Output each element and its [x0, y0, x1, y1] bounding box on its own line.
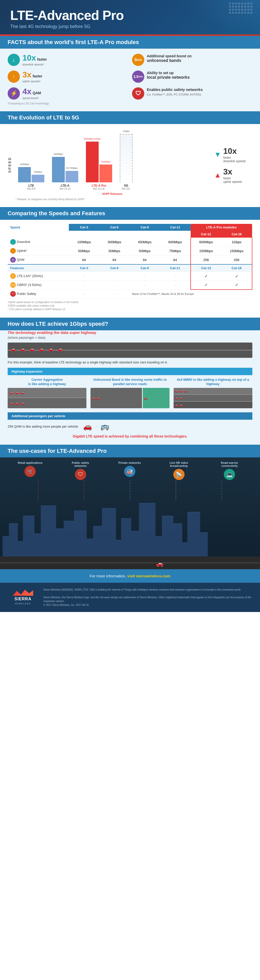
- dashed-connectors: [0, 480, 260, 500]
- header-section: LTE-Advanced Pro The last 4G technology …: [0, 0, 260, 34]
- fact-35ghz: 3.5GHz Ability to set up local private n…: [132, 70, 252, 83]
- safety-label: Enables: [147, 88, 162, 92]
- uplink-label: faster: [33, 74, 42, 78]
- dl-arrow-icon: ▼: [214, 151, 221, 159]
- qam-multiplier: 4x: [22, 87, 32, 96]
- row-qam: QQAM 64 64 64 64 256 256: [8, 255, 252, 265]
- row-public-safety: 🛡Public Safety - - Band 14 for FirstNet™…: [8, 290, 252, 299]
- uc-private: Private networks 🏭: [118, 461, 141, 480]
- evo-bar-pro-ul: 150Mbps: [99, 164, 112, 182]
- evo-downlink-right: ▼ 10x fasterdownlink speeds: [214, 146, 252, 163]
- th-cat9: Cat-9: [129, 224, 160, 231]
- usecases-section: The use-cases for LTE-Advanced Pro Retai…: [0, 445, 260, 569]
- row-cbrs: 3.5CBRS² (3.5GHz) - - - - ✓ ✓: [8, 281, 252, 290]
- dl-cat3: 100Mbps: [69, 238, 99, 247]
- evo-right-labels: ▼ 10x fasterdownlink speeds ▲ 3x fasteru…: [212, 129, 252, 201]
- table-notes: ¹Uplink speed based on configuration of …: [8, 301, 252, 311]
- header-decoration: [229, 3, 252, 14]
- gbps-sub2: (where passenger = data): [8, 336, 252, 339]
- ps-cat3: -: [69, 290, 99, 299]
- cbrs-cat12: ✓: [191, 281, 222, 290]
- cbrs-cat11: -: [160, 281, 191, 290]
- uc-video: Live HD video broadcasting 📡: [166, 461, 192, 480]
- th-cat16: Cat-16: [221, 231, 252, 238]
- uc-video-label: Live HD video broadcasting: [166, 461, 192, 467]
- ul-cat16: 150Mbps: [221, 247, 252, 255]
- fact-downlink: ↓ 10x faster downlink speeds¹: [8, 54, 128, 67]
- evolution-heading: The Evolution of LTE to 5G: [0, 111, 260, 124]
- downlink-multiplier: 10x: [22, 53, 36, 62]
- speeds-heading: Comparing the Speeds and Features: [0, 207, 260, 220]
- facts-footnote: ¹Comparing to LTE Cat-4 technology: [8, 102, 252, 105]
- uc-road-label: Road warrior connectivity: [217, 461, 242, 467]
- row-uplink: ↑Uplink¹ 50Mbps 50Mbps 50Mbps 75Mbps 150…: [8, 247, 252, 255]
- ul-row-label: ↑Uplink¹: [8, 247, 69, 255]
- evo-pro-label: LTE-A Pro: [92, 184, 106, 188]
- cbrs-label: 3.5CBRS² (3.5GHz): [8, 281, 69, 290]
- th-cat12: Cat-12: [191, 231, 222, 238]
- single-highway: 🚗 🚗 🚗 🚗 🚗 🚗: [8, 342, 252, 358]
- laa-cat6: -: [99, 272, 129, 281]
- evo-5g-rel: Rel 15+: [122, 188, 131, 190]
- qam-cat9: 64: [129, 255, 160, 265]
- uplink-sublabel: uplink speeds¹: [22, 80, 40, 83]
- ps-band-info: Band 14 for FirstNet™, Bands 20 & 28 for…: [129, 290, 252, 299]
- th-cat11: Cat-11: [160, 224, 191, 231]
- row-laa: 5LTE-LAA* (5GHz) - - - - ✓ ✓: [8, 272, 252, 281]
- evo-bar-ltea-dl: 300Mbps: [52, 157, 65, 182]
- safety-sublabel: (i.e. FirstNet™, ESN, PC STORM, ASTRID): [147, 93, 201, 96]
- evo-bar-5g: 1Gbps: [120, 134, 132, 182]
- th-speed: Speed: [8, 224, 69, 231]
- highway-cards: Carrier Aggregationis like adding a high…: [8, 378, 252, 408]
- footer-bottom: SIERRA WIRELESS Sierra Wireless (NASDAQ:…: [0, 583, 260, 612]
- release-label: 3GPP Releases: [102, 192, 123, 195]
- gbps-section: How does LTE achieve 1Gbps speed? The te…: [0, 318, 260, 445]
- uc-road: Road warrior connectivity 💻: [217, 461, 242, 480]
- gbps-heading: How does LTE achieve 1Gbps speed?: [0, 318, 260, 330]
- evo-bar-pro-dl: 600Mbps-1Gbps: [86, 142, 99, 182]
- ps-icon: 🛡: [10, 291, 16, 297]
- uc-road-icon: 💻: [224, 469, 235, 480]
- sierra-logo: SIERRA WIRELESS: [8, 590, 38, 605]
- cbrs-cat6: -: [99, 281, 129, 290]
- qam-cat6: 64: [99, 255, 129, 265]
- qam-label: QAM: [33, 91, 41, 95]
- car-icon: 🚗: [83, 422, 92, 431]
- dl-icon: ↓: [10, 239, 16, 245]
- features-header-row: Features Cat-3 Cat-6 Cat-9 Cat-11 Cat-12…: [8, 264, 252, 272]
- downlink-sublabel: downlink speeds¹: [22, 63, 44, 66]
- ghz5-icon: 5GHz: [132, 54, 144, 66]
- ca-visual: 🚗🚗🚗 🚗🚗🚗: [8, 388, 86, 408]
- card-unlicensed: Unlicensed Band is like moving some traf…: [91, 378, 169, 408]
- downlink-icon: ↓: [8, 54, 20, 66]
- ghz35-icon: 3.5GHz: [132, 70, 144, 83]
- qam-cat12: 256: [191, 255, 222, 265]
- qam-cat3: 64: [69, 255, 99, 265]
- laa-label: 5LTE-LAA* (5GHz): [8, 272, 69, 281]
- baseline-text: For this example, think of baseline LTE …: [8, 360, 252, 364]
- footer-bar: For more information, visit sierrawirele…: [0, 569, 260, 583]
- laa-cat12: ✓: [191, 272, 222, 281]
- laa-cat16: ✓: [221, 272, 252, 281]
- ps-cat6: -: [99, 290, 129, 299]
- uc-retail-label: Retail applications: [18, 461, 42, 464]
- footer-link[interactable]: visit sierrawireless.com: [127, 574, 170, 578]
- dl-row-label: ↓Downlink: [8, 238, 69, 247]
- dl-cat9: 450Mbps: [129, 238, 160, 247]
- ghz35-label: Ability to set up: [147, 71, 174, 75]
- evo-bars-ltea: 300Mbps 50-75Mbps: [52, 157, 78, 182]
- uc-safety-label: Public safety networks: [68, 461, 93, 467]
- evo-bars-lteapro: 600Mbps-1Gbps 150Mbps: [86, 142, 112, 182]
- highway-expansion-label: Highway expansion: [8, 368, 252, 375]
- qam-cat11: 64: [160, 255, 191, 265]
- page-subtitle: The last 4G technology jump before 5G: [10, 24, 250, 29]
- city-skyline: [0, 500, 260, 557]
- sierra-wave-icon: [13, 590, 33, 596]
- gbps-subtitle: The technology enabling the data super h…: [8, 330, 252, 335]
- evo-5g-label: 5G: [124, 184, 128, 188]
- cbrs-cat9: -: [129, 281, 160, 290]
- evo-lte-label: LTE: [29, 184, 34, 188]
- fact-qam: ⚡ 4x QAM speed boost¹: [8, 88, 128, 100]
- laa-cat11: -: [160, 272, 191, 281]
- ub-visual: 🚗🚗 🚗: [91, 388, 169, 408]
